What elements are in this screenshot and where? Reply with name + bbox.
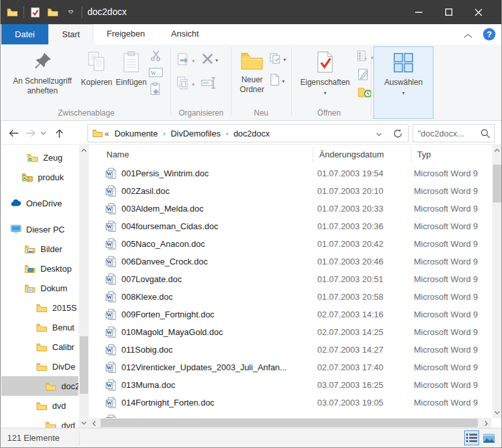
- sidebar-scrollbar[interactable]: [79, 145, 89, 428]
- details-view-button[interactable]: [464, 430, 479, 445]
- file-row[interactable]: W 002Zasil.doc 01.07.2003 20:10 Microsof…: [89, 182, 493, 200]
- word-doc-icon: W: [106, 362, 116, 373]
- column-divider[interactable]: [411, 147, 411, 163]
- properties-small-icon: [356, 50, 369, 65]
- sidebar-scrollbar-thumb[interactable]: [80, 336, 88, 394]
- back-button[interactable]: [5, 124, 22, 142]
- address-dropdown-chevron-icon[interactable]: [376, 131, 382, 138]
- tab-ansicht[interactable]: Ansicht: [158, 24, 212, 44]
- scroll-up-icon[interactable]: [492, 145, 502, 155]
- file-row[interactable]: W 013Muma.doc 03.07.2003 16:25 Microsoft…: [89, 376, 493, 394]
- pin-icon: [4, 51, 81, 74]
- file-row[interactable]: W 010Magold_MayaGold.doc 02.07.2003 14:2…: [89, 323, 493, 341]
- column-divider[interactable]: [313, 147, 313, 163]
- delete-button[interactable]: ▾: [201, 52, 218, 68]
- edit-button[interactable]: [358, 68, 369, 84]
- file-row[interactable]: W 006Danvee_Crock.doc 01.07.2003 20:46 M…: [89, 253, 493, 270]
- list-vertical-scrollbar[interactable]: [492, 145, 502, 418]
- forward-button[interactable]: [22, 124, 39, 142]
- file-row[interactable]: W 001Persis_Wintrim.doc 01.07.2003 19:54…: [89, 165, 493, 182]
- pin-to-quick-access-button[interactable]: An Schnellzugriff anheften: [4, 46, 81, 108]
- file-modified-date: 01.07.2003 20:33: [317, 204, 414, 214]
- cut-button[interactable]: [150, 50, 162, 64]
- search-icon[interactable]: [480, 129, 490, 141]
- select-button[interactable]: Auswählen ▾: [373, 46, 433, 119]
- close-button[interactable]: [463, 0, 494, 24]
- explorer-folder-icon[interactable]: [6, 5, 19, 20]
- file-row-partial[interactable]: W: [89, 411, 493, 418]
- history-icon: [358, 85, 372, 101]
- file-row[interactable]: W 012Virenticker_Updates_2003_Juli_Anfan…: [89, 359, 493, 376]
- file-row[interactable]: W 007Lovgate.doc 01.07.2003 20:51 Micros…: [89, 270, 493, 288]
- sidebar-item-doc2[interactable]: doc2: [1, 376, 78, 396]
- column-header-name[interactable]: Name: [106, 150, 129, 159]
- rename-button[interactable]: [201, 76, 217, 93]
- breadcrumb-item[interactable]: doc2docx: [230, 129, 274, 138]
- breadcrumb-prefix[interactable]: «: [102, 129, 111, 138]
- new-folder-button[interactable]: Neuer Ordner: [234, 46, 270, 108]
- breadcrumb-chevron-icon[interactable]: ›: [161, 129, 168, 137]
- up-button[interactable]: [51, 124, 68, 142]
- minimize-button[interactable]: [403, 0, 433, 24]
- recent-locations-chevron-icon[interactable]: [38, 124, 48, 142]
- sidebar-item-desktop[interactable]: Desktop: [1, 259, 78, 278]
- scroll-down-icon[interactable]: [79, 418, 89, 428]
- sidebar-item-dieser-pc[interactable]: Dieser PC: [1, 219, 78, 239]
- refresh-icon[interactable]: [393, 129, 403, 140]
- list-scrollbar-thumb[interactable]: [493, 165, 501, 202]
- address-bar[interactable]: « Dokumente›DivDemofiles›doc2docx: [87, 124, 409, 142]
- tab-datei[interactable]: Datei: [1, 24, 48, 44]
- tab-start[interactable]: Start: [48, 24, 93, 44]
- copy-button[interactable]: Kopieren: [80, 46, 114, 108]
- sidebar-item-2015s[interactable]: 2015S: [1, 298, 78, 317]
- new-item-button[interactable]: ▾: [269, 73, 285, 89]
- paste-button[interactable]: Einfügen: [114, 46, 149, 108]
- sidebar-item-dvd[interactable]: dvd: [1, 415, 78, 428]
- breadcrumb-item[interactable]: DivDemofiles: [167, 129, 224, 138]
- paste-shortcut-button[interactable]: [150, 82, 161, 98]
- file-row[interactable]: W 005Naco_Anacon.doc 01.07.2003 20:42 Mi…: [89, 235, 493, 253]
- column-header-date[interactable]: Änderungsdatum: [319, 150, 384, 159]
- sidebar-item-onedrive[interactable]: OneDrive: [1, 193, 78, 213]
- properties-shortcut-icon[interactable]: [29, 5, 42, 20]
- breadcrumb-chevron-icon[interactable]: ›: [224, 129, 230, 137]
- maximize-button[interactable]: [433, 0, 463, 24]
- sidebar-item-calibr[interactable]: Calibr: [1, 337, 78, 357]
- file-row[interactable]: W 009Forten_Fortnight.doc 02.07.2003 14:…: [89, 306, 493, 323]
- scroll-left-icon[interactable]: [89, 418, 99, 428]
- scroll-down-icon[interactable]: [492, 408, 502, 418]
- sidebar-item-produk[interactable]: produk: [1, 167, 78, 187]
- sidebar-item-benut[interactable]: Benut: [1, 317, 78, 337]
- properties-button[interactable]: Eigenschaften ▾: [295, 46, 355, 108]
- ribbon-collapse-chevron-icon[interactable]: [463, 29, 475, 40]
- open-group-label: Öffnen: [292, 108, 366, 118]
- chevron-down-icon: ▾: [215, 57, 218, 63]
- new-folder-shortcut-icon[interactable]: [46, 5, 59, 20]
- sidebar-item-zeug[interactable]: Zeug: [1, 148, 78, 167]
- file-row[interactable]: W 003Aldem_Melda.doc 01.07.2003 20:33 Mi…: [89, 200, 493, 217]
- tab-freigeben[interactable]: Freigeben: [93, 24, 158, 44]
- copy-path-button[interactable]: W...: [149, 68, 163, 80]
- file-row[interactable]: W 014Fortnight_Forten.doc 03.07.2003 19:…: [89, 394, 493, 411]
- sidebar-item-bilder[interactable]: Bilder: [1, 239, 78, 259]
- breadcrumb-item[interactable]: Dokumente: [111, 129, 161, 138]
- list-horizontal-scrollbar[interactable]: [89, 418, 492, 428]
- horizontal-scrollbar-thumb[interactable]: [101, 419, 478, 427]
- copy-to-button[interactable]: ▾: [176, 76, 195, 93]
- scroll-right-icon[interactable]: [481, 418, 492, 428]
- file-row[interactable]: W 008Klexe.doc 01.07.2003 20:58 Microsof…: [89, 288, 493, 306]
- history-button[interactable]: [358, 85, 372, 101]
- sidebar-item-dvd[interactable]: dvd: [1, 396, 78, 415]
- easy-access-button[interactable]: ▾: [269, 52, 286, 67]
- search-input[interactable]: [413, 125, 478, 142]
- scroll-up-icon[interactable]: [79, 145, 89, 155]
- file-row[interactable]: W 004fourseman_Cidas.doc 01.07.2003 20:3…: [89, 217, 493, 235]
- file-row[interactable]: W 011Sobig.doc 02.07.2003 14:27 Microsof…: [89, 341, 493, 359]
- qat-chevron-down-icon[interactable]: [64, 5, 77, 20]
- help-icon[interactable]: ?: [483, 28, 495, 40]
- column-header-type[interactable]: Typ: [417, 150, 431, 159]
- sidebar-item-dokum[interactable]: Dokum: [1, 278, 78, 298]
- sidebar-item-divde[interactable]: DivDe: [1, 357, 78, 376]
- move-to-button[interactable]: ▾: [176, 52, 195, 69]
- thumbnail-view-button[interactable]: [481, 430, 496, 445]
